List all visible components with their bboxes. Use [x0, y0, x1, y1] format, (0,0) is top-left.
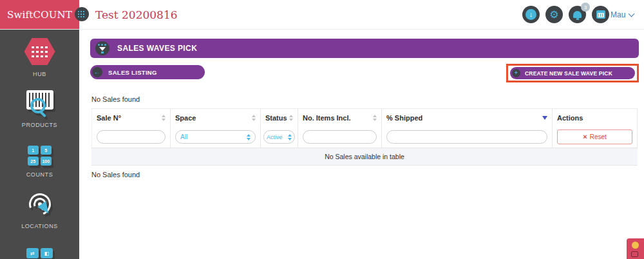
location-target-icon [27, 191, 53, 217]
bell-icon [573, 11, 582, 18]
sidebar-item-counts[interactable]: 1 5 25 100 COUNTS [0, 146, 79, 178]
counts-tiles-icon: 1 5 25 100 [28, 146, 52, 166]
no-sales-found-text-top: No Sales found [91, 95, 140, 103]
sidebar-item-label: LOCATIONS [21, 223, 58, 229]
table-empty-message: No Sales available in table [91, 148, 638, 166]
calendar-button[interactable] [592, 6, 609, 23]
section-header: SALES WAVES PICK [90, 39, 639, 58]
select-arrows-icon [288, 134, 292, 140]
no-sales-found-text-bottom: No Sales found [91, 171, 140, 178]
shipped-filter-input[interactable] [386, 130, 547, 144]
sales-listing-button[interactable]: ← SALES LISTING [90, 65, 205, 79]
top-bar: SwiftCOUNT Test 20200816 ↓ ⚙ 3 Mau [0, 0, 644, 30]
sort-desc-icon[interactable] [542, 116, 547, 120]
filter-cell [91, 126, 171, 148]
download-button[interactable]: ↓ [522, 6, 540, 23]
feedback-tab[interactable] [627, 238, 644, 259]
filter-cell [298, 126, 382, 148]
user-menu[interactable]: Mau [611, 0, 634, 29]
gear-icon: ⚙ [549, 10, 558, 20]
sort-icon[interactable] [162, 115, 166, 121]
hub-icon [24, 38, 55, 65]
sale-number-filter-input[interactable] [97, 130, 166, 144]
column-header-space[interactable]: Space [171, 109, 261, 126]
x-icon: × [583, 133, 587, 140]
transfer-tiles-icon: ⇄◧ [26, 248, 53, 258]
notification-badge: 3 [581, 3, 590, 12]
filter-cell: × Reset [553, 126, 638, 148]
chevron-down-icon [629, 10, 635, 17]
plus-icon: + [512, 69, 520, 77]
notifications-button[interactable]: 3 [569, 6, 586, 23]
sort-icon[interactable] [373, 115, 377, 121]
reset-button[interactable]: × Reset [557, 130, 632, 144]
brand-logo[interactable]: SwiftCOUNT [0, 0, 79, 29]
column-header-shipped[interactable]: % Shipped [382, 109, 553, 126]
sidebar-item-hub[interactable]: HUB [0, 38, 79, 77]
sidebar-item-label: COUNTS [26, 171, 53, 178]
sidebar-item-locations[interactable]: LOCATIONS [0, 191, 79, 229]
user-name: Mau [611, 10, 625, 19]
feedback-glyph-icon [631, 251, 638, 257]
barcode-search-icon [25, 90, 55, 116]
app-window: SwiftCOUNT Test 20200816 ↓ ⚙ 3 Mau HUB [0, 0, 644, 259]
highlight-box: + CREATE NEW SALE WAVE PICK [506, 64, 639, 82]
sidebar-item-label: HUB [33, 71, 46, 77]
feedback-icon [632, 242, 639, 249]
column-header-status[interactable]: Status [261, 109, 298, 126]
page-reference-title: Test 20200816 [95, 0, 178, 29]
select-arrows-icon [247, 134, 251, 140]
settings-button[interactable]: ⚙ [545, 6, 563, 23]
sidebar-item-label: PRODUCTS [22, 122, 57, 128]
column-header-actions: Actions [553, 109, 638, 126]
items-filter-input[interactable] [303, 130, 377, 144]
sort-icon[interactable] [289, 115, 293, 121]
sidebar: HUB PRODUCTS 1 5 25 100 COUNTS LOCATIONS [0, 29, 79, 259]
sort-icon[interactable] [252, 115, 256, 121]
create-new-sale-wave-pick-button[interactable]: + CREATE NEW SALE WAVE PICK [510, 67, 635, 79]
filter-cell [382, 126, 553, 148]
column-header-items[interactable]: No. Items Incl. [298, 109, 382, 126]
hub-mini-icon[interactable] [75, 7, 89, 21]
section-title: SALES WAVES PICK [117, 44, 197, 53]
sidebar-item-products[interactable]: PRODUCTS [0, 90, 79, 128]
calendar-icon [596, 10, 605, 19]
sales-table: Sale N° Space Status No. Items Incl. % S… [91, 108, 638, 166]
table-header-row: Sale N° Space Status No. Items Incl. % S… [91, 108, 638, 126]
table-filter-row: All Active × Reset [91, 126, 638, 148]
filter-cell: Active [261, 126, 298, 148]
filter-cell: All [171, 126, 261, 148]
wave-pick-icon [95, 41, 109, 55]
space-filter-select[interactable]: All [175, 130, 256, 144]
back-arrow-icon: ← [92, 67, 102, 77]
sidebar-item-partial[interactable]: ⇄◧ [0, 248, 79, 258]
column-header-sale-number[interactable]: Sale N° [91, 109, 171, 126]
status-filter-select[interactable]: Active [263, 130, 295, 144]
download-icon: ↓ [526, 9, 536, 20]
